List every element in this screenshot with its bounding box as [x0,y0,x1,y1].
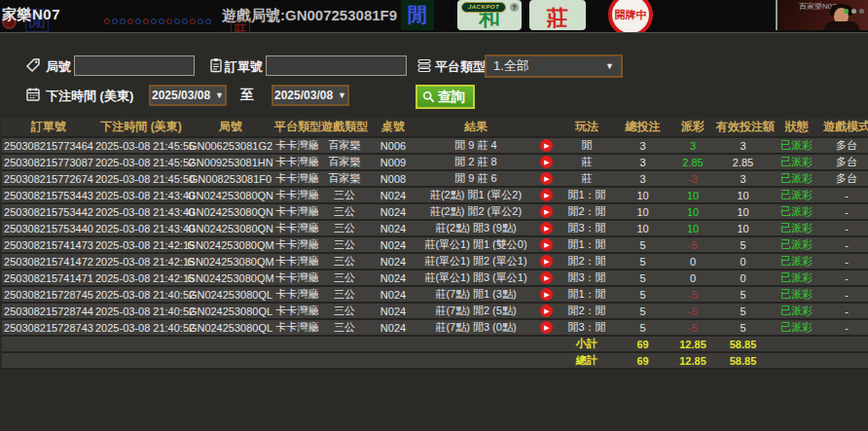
cell-order-id: 250308215741471 [2,270,95,287]
date-to-picker[interactable]: 2025/03/08▼ [271,85,349,106]
cell-order-id: 250308215753442 [2,204,95,221]
cell-game-type: 三公 [320,304,369,320]
play-video-icon[interactable] [540,271,553,284]
play-video-icon[interactable] [540,305,553,317]
table-row: 250308215741473 2025-03-08 21:42:15 GN02… [2,237,868,254]
date-from-picker[interactable]: 2025/03/08▼ [149,85,227,106]
table-row: 250308215728743 2025-03-08 21:40:52 GN02… [2,320,868,337]
cell-total-bet: 5 [616,304,669,320]
cell-valid-bet: 0 [716,254,770,270]
cell-status: 已派彩 [770,304,823,320]
table-row: 250308215741471 2025-03-08 21:42:15 GN02… [2,270,868,287]
cell-order-id: 250308215753443 [2,188,95,204]
cell-total-bet: 3 [616,138,669,155]
player-bet-zone[interactable]: 閒 [401,0,434,30]
cell-replay [534,138,558,155]
cell-table-no: N024 [369,304,417,320]
cell-status: 已派彩 [770,221,823,237]
cell-bet-time: 2025-03-08 21:40:52 [95,304,187,320]
cell-play-type: 閒1：閒 [558,237,616,254]
play-video-icon[interactable] [540,321,553,334]
banker-bet-zone[interactable]: 莊 [529,0,586,30]
roadmap-dots [104,18,211,24]
cell-play-type: 閒3：閒 [558,270,616,287]
cell-total-bet: 10 [616,204,669,221]
play-video-icon[interactable] [540,238,553,251]
cell-play-type: 閒2：閒 [558,304,616,320]
cell-result: 莊(7點) 閒3 (0點) [417,320,534,337]
cell-game-type: 百家樂 [320,155,369,171]
play-video-icon[interactable] [540,172,553,185]
play-video-icon[interactable] [540,222,553,234]
platform-select[interactable]: 1.全部 ▼ [485,54,623,78]
cell-status: 已派彩 [770,287,823,304]
cell-mode: - [823,287,868,304]
cell-mode: 多台 [823,171,868,188]
cell-payout: 10 [669,204,716,221]
platform-select-value: 1.全部 [493,57,529,75]
cell-total-bet: 5 [616,237,669,254]
cell-valid-bet: 5 [716,320,770,337]
cell-mode: - [823,204,868,221]
calendar-icon [25,87,41,102]
cell-status: 已派彩 [770,270,823,287]
chevron-down-icon: ▼ [338,90,346,100]
help-icon[interactable]: ? [510,3,519,12]
grand-total-total-bet: 69 [616,353,669,370]
cell-total-bet: 3 [616,155,669,171]
col-bet-time: 下注時間 (美東) [95,118,187,138]
cell-replay [534,270,558,287]
play-video-icon[interactable] [540,255,553,268]
cell-replay [534,221,558,237]
cell-order-id: 250308215773087 [2,155,95,171]
tag-icon [25,57,41,73]
play-video-icon[interactable] [540,139,553,152]
play-video-icon[interactable] [540,288,553,301]
round-input[interactable] [74,55,195,76]
cell-valid-bet: 5 [716,287,770,304]
cell-play-type: 閒1：閒 [558,287,616,304]
play-video-icon[interactable] [540,205,553,218]
order-input[interactable] [266,55,407,76]
play-video-icon[interactable] [540,189,553,201]
table-row: 250308215753440 2025-03-08 21:43:40 GN02… [2,221,868,237]
table-row: 250308215773464 2025-03-08 21:45:55 GN00… [2,138,868,155]
cell-round-id: GN024253080QN [187,221,274,237]
cell-mode: - [823,188,868,204]
col-status: 狀態 [770,118,823,138]
dealer-video: 百家樂N07 [776,0,868,30]
cell-game-type: 百家樂 [320,138,369,155]
cell-payout: 0 [669,254,716,270]
cell-platform: 卡卡灣廳 [274,254,320,270]
cell-bet-time: 2025-03-08 21:43:40 [95,221,187,237]
cell-platform: 卡卡灣廳 [274,204,320,221]
cell-play-type: 閒1：閒 [558,188,616,204]
cell-replay [534,188,558,204]
cell-bet-time: 2025-03-08 21:43:40 [95,188,187,204]
cell-game-type: 三公 [320,320,369,337]
subtotal-label: 小計 [558,337,616,353]
cell-round-id: GN009253081HN [187,155,274,171]
cell-order-id: 250308215728743 [2,320,95,337]
cell-payout: 0 [669,270,716,287]
table-row: 250308215728745 2025-03-08 21:40:52 GN02… [2,287,868,304]
cell-status: 已派彩 [770,155,823,171]
subtotal-valid-bet: 58.85 [716,337,770,353]
cell-mode: - [823,304,868,320]
col-game-type: 遊戲類型 [320,118,369,138]
cell-bet-time: 2025-03-08 21:42:15 [95,270,187,287]
cell-game-type: 三公 [320,237,369,254]
query-button[interactable]: 查詢 [416,85,475,109]
cell-order-id: 250308215772674 [2,171,95,188]
table-body: 250308215773464 2025-03-08 21:45:55 GN00… [2,138,868,337]
cell-status: 已派彩 [770,171,823,188]
cell-mode: - [823,270,868,287]
play-video-icon[interactable] [540,156,553,168]
chevron-down-icon: ▼ [605,61,614,71]
table-row: 250308215728744 2025-03-08 21:40:52 GN02… [2,304,868,320]
cell-play-type: 閒2：閒 [558,204,616,221]
cell-play-type: 閒 [558,138,616,155]
cell-payout: -5 [669,320,716,337]
cell-bet-time: 2025-03-08 21:40:52 [95,320,187,337]
game-header-bar: 閒 家樂N07 遊戲局號:GN007253081F9 莊 閒 和 JACKPOT… [0,0,868,32]
